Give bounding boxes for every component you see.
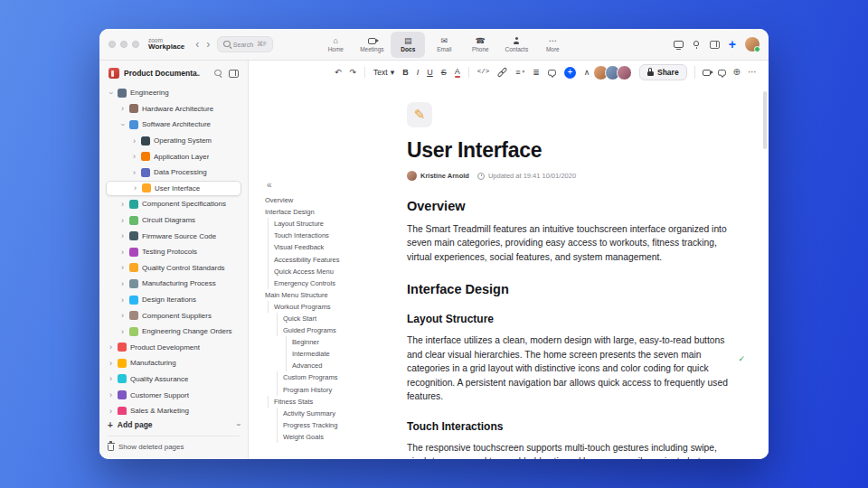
outline-item-layout-structure[interactable]: Layout Structure [268,218,399,230]
sidebar-item-design-iterations[interactable]: ›Design Iterations [106,292,241,308]
sidebar-item-firmware-source-code[interactable]: ›Firmware Source Code [106,228,241,244]
chevron-right-icon[interactable]: › [119,311,126,320]
sidebar-item-hardware-architecture[interactable]: ›Hardware Architecture [106,101,241,117]
forward-button[interactable]: › [206,38,210,51]
sidebar-item-engineering[interactable]: ›Engineering [106,85,241,101]
outline-item-emergency-controls[interactable]: Emergency Controls [268,277,399,289]
chevron-right-icon[interactable]: › [119,104,126,113]
tab-docs[interactable]: ▤Docs [391,32,425,58]
outline-item-overview[interactable]: Overview [261,194,399,206]
minimize-button[interactable] [120,41,127,48]
scrollbar[interactable] [763,91,767,149]
sidebar-item-software-architecture[interactable]: ›Software Architecture [106,117,241,133]
close-button[interactable] [108,41,116,48]
sidebar-item-quality-assurance[interactable]: ›Quality Assurance [106,371,241,388]
sidebar-item-application-layer[interactable]: ›Application Layer [106,148,241,164]
insert-button[interactable]: + [564,67,576,79]
sidebar-item-sales-marketing[interactable]: ›Sales & Marketing [106,403,241,415]
outline-item-intermediate[interactable]: Intermediate [286,348,399,360]
chevron-down-icon[interactable]: › [107,89,116,96]
sidebar-search-icon[interactable] [214,70,222,78]
paragraph-format-button[interactable]: ≣ [533,69,540,77]
link-button[interactable] [497,68,507,77]
sidebar-item-operating-system[interactable]: ›Operating System [106,133,241,149]
resolved-check-icon[interactable]: ✓ [738,353,745,366]
chevron-right-icon[interactable]: › [119,231,126,240]
chevron-right-icon[interactable]: › [108,407,114,415]
outline-collapse-button[interactable]: « [267,180,272,190]
outline-item-custom-programs[interactable]: Custom Programs [277,371,399,383]
strikethrough-button[interactable]: S [441,69,447,77]
tab-more[interactable]: ⋯More [535,32,570,58]
outline-item-guided-programs[interactable]: Guided Programs [277,324,399,336]
sidebar-item-user-interface[interactable]: ›User Interface [106,181,241,197]
outline-item-beginner[interactable]: Beginner [286,336,399,348]
sidebar-item-quality-control-standards[interactable]: ›Quality Control Standards [106,260,241,277]
chevron-right-icon[interactable]: › [108,359,114,368]
outline-item-visual-feedback[interactable]: Visual Feedback [268,241,399,253]
outline-item-activity-summary[interactable]: Activity Summary [277,408,399,419]
bulleted-list-button[interactable]: ≡▾ [515,69,524,77]
tab-phone[interactable]: ☎Phone [463,32,497,58]
chevron-right-icon[interactable]: › [119,216,126,225]
chevron-down-icon[interactable]: › [118,121,127,127]
outline-item-quick-start[interactable]: Quick Start [277,313,399,324]
outline-item-program-history[interactable]: Program History [277,384,399,396]
chevron-right-icon[interactable]: › [131,152,137,161]
outline-item-weight-goals[interactable]: Weight Goals [277,431,399,443]
text-style-dropdown[interactable]: Text▾ [373,68,394,77]
user-avatar[interactable] [745,37,760,52]
show-deleted-pages-button[interactable]: Show deleted pages [108,439,240,455]
sidebar-item-customer-support[interactable]: ›Customer Support [106,387,241,403]
outline-item-accessibility-features[interactable]: Accessibility Features [268,253,399,265]
bold-button[interactable]: B [402,69,409,77]
chevron-right-icon[interactable]: › [119,200,126,209]
share-button[interactable]: Share [639,64,687,80]
new-plus-button[interactable]: + [729,38,736,51]
outline-item-quick-access-menu[interactable]: Quick Access Menu [268,266,399,277]
chevron-right-icon[interactable]: › [108,390,114,399]
sidebar-item-engineering-change-orders[interactable]: ›Engineering Change Orders [106,324,241,340]
code-button[interactable]: </> [477,69,490,76]
chevron-right-icon[interactable]: › [108,343,114,352]
sidebar-item-manufacturing[interactable]: ›Manufacturing [106,355,241,371]
sidebar-item-testing-protocols[interactable]: ›Testing Protocols [106,244,241,260]
sidebar-item-product-development[interactable]: ›Product Development [106,340,241,356]
italic-button[interactable]: I [417,69,420,77]
outline-item-interface-design[interactable]: Interface Design [261,206,399,218]
sidebar-item-component-suppliers[interactable]: ›Component Suppliers [106,307,241,324]
outline-item-touch-interactions[interactable]: Touch Interactions [268,230,399,241]
devices-icon[interactable] [674,41,684,48]
tab-contacts[interactable]: Contacts [499,32,533,58]
redo-button[interactable]: ↷ [350,69,357,77]
global-search-input[interactable]: Search ⌘F [217,36,273,52]
undo-button[interactable]: ↶ [335,69,342,77]
outline-item-main-menu-structure[interactable]: Main Menu Structure [261,289,399,301]
chevron-right-icon[interactable]: › [119,248,126,257]
tab-email[interactable]: ✉Email [427,32,461,58]
tab-home[interactable]: ⌂Home [318,32,353,58]
video-icon[interactable] [703,70,711,76]
collaborator-avatars[interactable] [593,65,632,80]
sidebar-collapse-icon[interactable] [229,70,239,78]
notifications-icon[interactable] [693,41,701,49]
font-color-button[interactable]: A [455,67,460,78]
chevron-right-icon[interactable]: › [119,279,126,288]
doc-emoji-icon[interactable]: ✎ [407,102,432,127]
underline-button[interactable]: U [427,69,433,77]
outline-item-fitness-stats[interactable]: Fitness Stats [268,396,399,408]
chat-icon[interactable] [718,70,726,76]
sidebar-item-manufacturing-process[interactable]: ›Manufacturing Process [106,276,241,292]
outline-item-progress-tracking[interactable]: Progress Tracking [277,419,399,431]
sidebar-item-circuit-diagrams[interactable]: ›Circuit Diagrams [106,212,241,229]
layout-toggle-icon[interactable] [710,41,720,49]
outline-item-advanced[interactable]: Advanced [286,360,399,371]
chevron-right-icon[interactable]: › [132,183,138,192]
sidebar-item-data-processing[interactable]: ›Data Processing [106,164,241,181]
chevron-right-icon[interactable]: › [119,327,126,336]
tab-meetings[interactable]: Meetings [354,32,389,58]
back-button[interactable]: ‹ [195,38,199,51]
chevron-right-icon[interactable]: › [131,136,137,145]
comment-button[interactable] [548,70,556,76]
sidebar-item-component-specifications[interactable]: ›Component Specifications [106,196,241,212]
